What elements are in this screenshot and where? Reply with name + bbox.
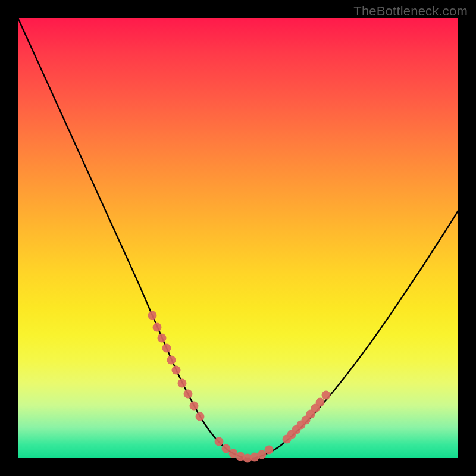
data-marker [184,390,193,399]
bottleneck-curve [18,18,458,458]
data-marker [316,398,325,407]
data-marker [158,334,167,343]
data-marker [196,412,205,421]
marker-cluster-right [283,391,331,444]
chart-svg [18,18,458,458]
data-marker [215,437,224,446]
marker-cluster-left [148,311,205,421]
data-marker [172,366,181,375]
marker-cluster-bottom [215,437,274,463]
data-marker [162,344,171,353]
data-marker [178,379,187,388]
chart-plot-area [18,18,458,458]
data-marker [322,391,331,400]
data-marker [265,446,274,455]
data-marker [190,402,199,411]
data-marker [148,311,157,320]
data-marker [153,323,162,332]
data-marker [167,356,176,365]
watermark-text: TheBottleneck.com [353,4,468,19]
